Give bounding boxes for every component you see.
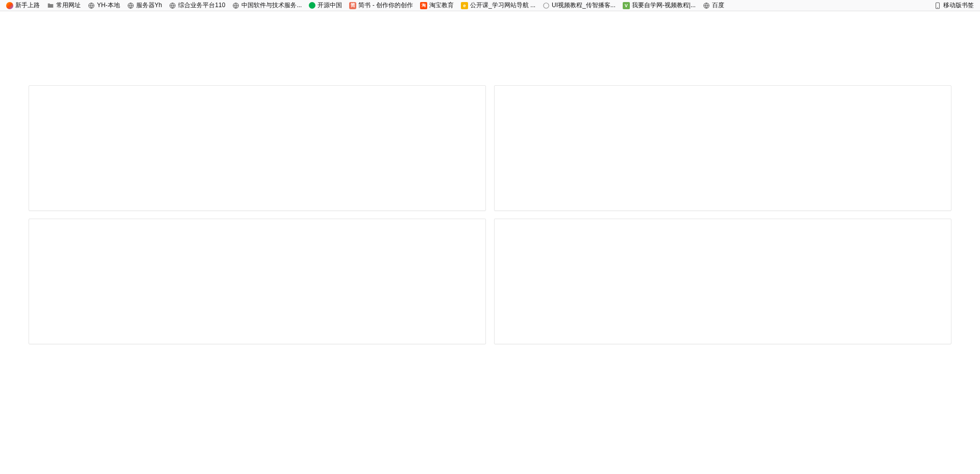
card-top-left bbox=[29, 85, 486, 211]
oschina-icon bbox=[309, 2, 315, 9]
bookmark-china-software[interactable]: 中国软件与技术服务... bbox=[229, 1, 305, 10]
globe-icon bbox=[232, 2, 239, 9]
bookmark-yh-local[interactable]: YH-本地 bbox=[85, 1, 123, 10]
jianshu-icon: 简 bbox=[349, 2, 356, 9]
bookmark-jianshu[interactable]: 简 简书 - 创作你的创作 bbox=[346, 1, 416, 10]
bookmark-label: 开源中国 bbox=[317, 1, 342, 10]
card-bottom-right bbox=[494, 219, 951, 344]
card-bottom-left bbox=[29, 219, 486, 344]
bookmark-label: 淘宝教育 bbox=[429, 1, 454, 10]
tutorial-icon bbox=[543, 2, 550, 9]
bookmark-label: 公开课_学习网站导航 ... bbox=[470, 1, 535, 10]
course-icon: e bbox=[461, 2, 468, 9]
bookmark-open-course[interactable]: e 公开课_学习网站导航 ... bbox=[458, 1, 538, 10]
mobile-icon bbox=[934, 2, 941, 9]
svg-point-4 bbox=[544, 3, 549, 8]
bookmark-label: YH-本地 bbox=[97, 1, 120, 10]
bookmark-ui-tutorial[interactable]: UI视频教程_传智播客... bbox=[540, 1, 619, 10]
bookmark-label: UI视频教程_传智播客... bbox=[552, 1, 616, 10]
globe-icon bbox=[703, 2, 710, 9]
bookmark-server-yh[interactable]: 服务器Yh bbox=[124, 1, 165, 10]
bookmark-label: 移动版书签 bbox=[943, 1, 974, 10]
bookmark-baidu[interactable]: 百度 bbox=[700, 1, 727, 10]
bookmark-label: 常用网址 bbox=[56, 1, 81, 10]
folder-icon bbox=[47, 2, 54, 9]
bookmark-label: 中国软件与技术服务... bbox=[241, 1, 302, 10]
firefox-icon bbox=[6, 2, 13, 9]
globe-icon bbox=[169, 2, 176, 9]
bookmarks-left-group: 新手上路 常用网址 YH-本地 服务器Yh 综合 bbox=[3, 1, 727, 10]
globe-icon bbox=[127, 2, 134, 9]
bookmark-taobao-edu[interactable]: 淘 淘宝教育 bbox=[417, 1, 457, 10]
globe-icon bbox=[88, 2, 95, 9]
bookmark-label: 新手上路 bbox=[15, 1, 40, 10]
bookmark-mobile[interactable]: 移动版书签 bbox=[931, 1, 977, 10]
taobao-icon: 淘 bbox=[420, 2, 427, 9]
self-study-icon: V bbox=[623, 2, 630, 9]
bookmark-label: 简书 - 创作你的创作 bbox=[358, 1, 413, 10]
bookmark-self-study[interactable]: V 我要自学网-视频教程|... bbox=[620, 1, 699, 10]
bookmark-label: 我要自学网-视频教程|... bbox=[632, 1, 696, 10]
bookmark-oschina[interactable]: 开源中国 bbox=[306, 1, 345, 10]
bookmarks-bar: 新手上路 常用网址 YH-本地 服务器Yh 综合 bbox=[0, 0, 980, 11]
bookmark-label: 百度 bbox=[712, 1, 724, 10]
card-top-right bbox=[494, 85, 951, 211]
bookmark-platform-110[interactable]: 综合业务平台110 bbox=[166, 1, 228, 10]
bookmark-label: 服务器Yh bbox=[136, 1, 162, 10]
bookmark-label: 综合业务平台110 bbox=[178, 1, 225, 10]
bookmark-newbie[interactable]: 新手上路 bbox=[3, 1, 43, 10]
content-grid bbox=[0, 11, 980, 344]
bookmark-common-urls[interactable]: 常用网址 bbox=[44, 1, 84, 10]
